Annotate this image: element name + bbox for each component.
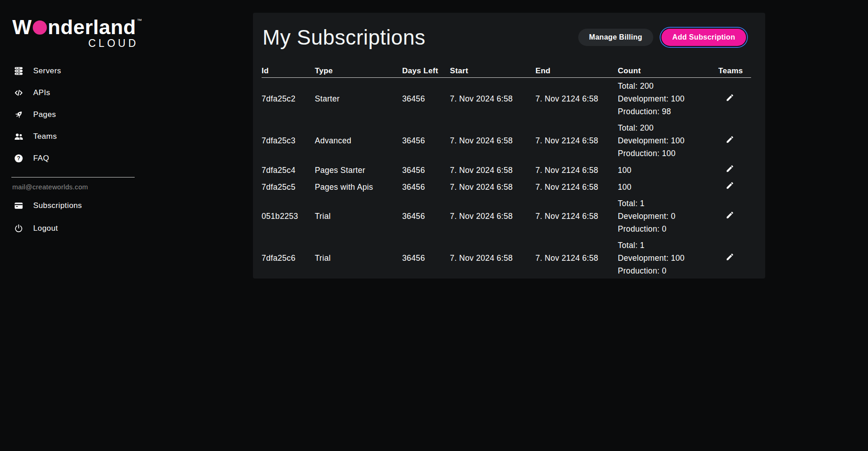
cell-count: Total: 200Development: 100Production: 10…	[618, 120, 718, 162]
sidebar-item-subscriptions[interactable]: Subscriptions	[0, 194, 150, 217]
cell-start: 7. Nov 2024 6:58	[450, 237, 535, 279]
count-line: 100	[618, 164, 718, 177]
cell-type: Trial	[315, 237, 402, 279]
cell-count: Total: 200Development: 100Production: 98	[618, 78, 718, 120]
sidebar-nav: Servers APIs	[0, 60, 150, 169]
column-header-end: End	[535, 65, 618, 78]
cell-id: 051b2253	[262, 195, 315, 237]
table-row: 7dfa25c5 Pages with Apis 36456 7. Nov 20…	[262, 178, 751, 195]
sidebar-item-apis[interactable]: APIs	[0, 82, 150, 104]
cell-end: 7. Nov 2124 6:58	[535, 162, 618, 178]
logo[interactable]: Wnderland™ CLOUD	[12, 9, 142, 49]
rocket-icon	[14, 110, 24, 120]
table-row: 7dfa25c2 Starter 36456 7. Nov 2024 6:58 …	[262, 78, 751, 120]
cell-count: Total: 1Development: 0Production: 0	[618, 195, 718, 237]
count-lines: 100	[618, 181, 718, 193]
table-header-row: IdTypeDays LeftStartEndCountTeams	[262, 65, 751, 78]
cell-type: Advanced	[315, 120, 402, 162]
edit-teams-button[interactable]	[725, 210, 735, 220]
power-icon	[14, 223, 24, 233]
column-header-type: Type	[315, 65, 402, 78]
sidebar-item-logout[interactable]: Logout	[0, 217, 150, 240]
sidebar-item-label: Servers	[33, 66, 61, 76]
cell-id: 7dfa25c3	[262, 120, 315, 162]
cell-type: Pages Starter	[315, 162, 402, 178]
logo-wordmark: Wnderland™	[12, 9, 142, 39]
cell-type: Pages with Apis	[315, 178, 402, 195]
count-lines: Total: 1Development: 0Production: 0	[618, 197, 718, 235]
edit-teams-button[interactable]	[725, 163, 735, 174]
cell-teams	[718, 195, 751, 237]
edit-teams-button[interactable]	[725, 92, 735, 103]
pencil-icon	[726, 164, 734, 173]
question-icon: ?	[14, 153, 24, 163]
sidebar-item-label: FAQ	[33, 154, 49, 163]
sidebar-account-nav: Subscriptions Logout	[0, 194, 150, 240]
logo-text-after: nderland	[48, 15, 136, 39]
count-lines: 100	[618, 164, 718, 177]
cell-teams	[718, 78, 751, 120]
count-line: Total: 200	[618, 80, 718, 92]
cell-days-left: 36456	[402, 162, 450, 178]
manage-billing-button[interactable]: Manage Billing	[578, 29, 653, 46]
cell-teams	[718, 162, 751, 178]
add-subscription-button[interactable]: Add Subscription	[661, 29, 746, 46]
sidebar-item-faq[interactable]: ? FAQ	[0, 147, 150, 169]
edit-teams-button[interactable]	[725, 252, 735, 262]
cell-start: 7. Nov 2024 6:58	[450, 162, 535, 178]
sidebar-item-teams[interactable]: Teams	[0, 126, 150, 147]
edit-teams-button[interactable]	[725, 134, 735, 145]
sidebar-item-label: Logout	[33, 224, 58, 233]
cell-end: 7. Nov 2124 6:58	[535, 120, 618, 162]
sidebar-item-pages[interactable]: Pages	[0, 104, 150, 126]
cell-days-left: 36456	[402, 78, 450, 120]
pencil-icon	[726, 135, 734, 144]
cell-id: 7dfa25c2	[262, 78, 315, 120]
sidebar: Wnderland™ CLOUD Servers	[0, 0, 150, 451]
count-line: 100	[618, 181, 718, 193]
cell-type: Trial	[315, 195, 402, 237]
column-header-teams: Teams	[718, 65, 751, 78]
cell-id: 7dfa25c6	[262, 237, 315, 279]
credit-card-icon	[14, 201, 24, 211]
cell-days-left: 36456	[402, 178, 450, 195]
toolbar: Manage Billing Add Subscription	[578, 29, 746, 46]
cell-days-left: 36456	[402, 195, 450, 237]
cell-days-left: 36456	[402, 237, 450, 279]
count-line: Development: 100	[618, 92, 718, 105]
sidebar-item-label: Subscriptions	[33, 201, 82, 210]
trademark-symbol: ™	[137, 18, 142, 23]
pencil-icon	[726, 211, 734, 219]
count-line: Production: 98	[618, 105, 718, 118]
cell-type: Starter	[315, 78, 402, 120]
count-line: Total: 1	[618, 239, 718, 252]
sidebar-item-label: APIs	[33, 88, 50, 97]
main-panel: My Subscriptions Manage Billing Add Subs…	[253, 13, 765, 279]
cell-end: 7. Nov 2124 6:58	[535, 237, 618, 279]
sidebar-item-servers[interactable]: Servers	[0, 60, 150, 82]
cell-teams	[718, 178, 751, 195]
column-header-id: Id	[262, 65, 315, 78]
cell-start: 7. Nov 2024 6:58	[450, 178, 535, 195]
cell-end: 7. Nov 2124 6:58	[535, 178, 618, 195]
count-line: Development: 100	[618, 252, 718, 264]
count-line: Development: 0	[618, 210, 718, 223]
count-lines: Total: 200Development: 100Production: 10…	[618, 122, 718, 160]
edit-teams-button[interactable]	[725, 180, 735, 191]
count-line: Total: 1	[618, 197, 718, 210]
panel-header: My Subscriptions Manage Billing Add Subs…	[253, 23, 765, 52]
user-email: mail@createworlds.com	[12, 183, 150, 191]
cell-end: 7. Nov 2124 6:58	[535, 78, 618, 120]
pencil-icon	[726, 93, 734, 102]
logo-pink-circle-icon	[33, 20, 47, 35]
svg-text:?: ?	[17, 155, 20, 162]
logo-subtitle: CLOUD	[12, 37, 139, 49]
subscriptions-table: IdTypeDays LeftStartEndCountTeams 7dfa25…	[262, 65, 751, 279]
count-line: Production: 0	[618, 223, 718, 235]
code-icon	[14, 88, 24, 98]
count-line: Total: 200	[618, 122, 718, 134]
table-row: 7dfa25c3 Advanced 36456 7. Nov 2024 6:58…	[262, 120, 751, 162]
cell-start: 7. Nov 2024 6:58	[450, 78, 535, 120]
pencil-icon	[726, 181, 734, 190]
table-body: 7dfa25c2 Starter 36456 7. Nov 2024 6:58 …	[262, 78, 751, 279]
